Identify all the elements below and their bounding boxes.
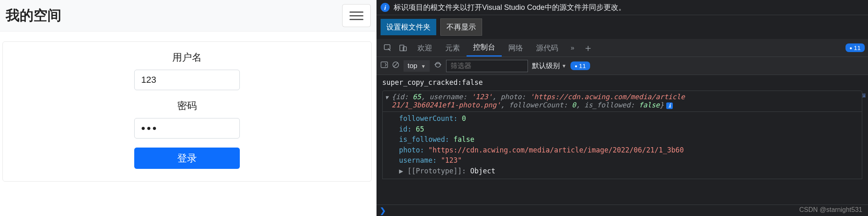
log-line-1: super_copy_cracked:false bbox=[382, 77, 862, 91]
username-input[interactable] bbox=[134, 70, 240, 90]
info-square-icon[interactable]: i bbox=[666, 102, 673, 109]
clear-console-icon[interactable] bbox=[392, 61, 399, 70]
password-input[interactable] bbox=[134, 118, 240, 139]
device-icon[interactable] bbox=[397, 42, 409, 54]
tab-console[interactable]: 控制台 bbox=[467, 39, 502, 57]
banner-text: 标识项目的根文件夹以打开Visual Studio Code中的源文件并同步更改… bbox=[394, 2, 626, 12]
login-card: 用户名 密码 登录 bbox=[2, 41, 372, 182]
filter-input[interactable] bbox=[446, 60, 528, 72]
add-tab-icon[interactable]: ＋ bbox=[582, 42, 594, 54]
console-toolbar: top ▼ 默认级别 ▼ 11 bbox=[377, 57, 868, 75]
object-summary[interactable]: ▼ {id: 65, username: '123', photo: 'http… bbox=[382, 91, 862, 112]
password-label: 密码 bbox=[177, 99, 197, 112]
expand-icon[interactable]: ▼ bbox=[385, 94, 388, 100]
inspect-icon[interactable] bbox=[381, 42, 394, 54]
tab-bar: 欢迎 元素 控制台 网络 源代码 » ＋ 11 bbox=[377, 39, 868, 57]
chevron-right-icon: ❯ bbox=[380, 206, 386, 215]
info-icon: i bbox=[381, 3, 390, 12]
svg-point-6 bbox=[435, 62, 440, 67]
dismiss-button[interactable]: 不再显示 bbox=[440, 18, 482, 36]
navbar: 我的空间 bbox=[0, 0, 377, 32]
devtools-pane: i 标识项目的根文件夹以打开Visual Studio Code中的源文件并同步… bbox=[377, 0, 868, 216]
svg-rect-0 bbox=[384, 45, 390, 50]
toolbar-issues-badge[interactable]: 11 bbox=[570, 61, 590, 70]
console-prompt[interactable]: ❯ bbox=[377, 205, 868, 216]
hamburger-button[interactable] bbox=[342, 4, 371, 27]
watermark: CSDN @starnight531 bbox=[799, 206, 862, 214]
tab-welcome[interactable]: 欢迎 bbox=[411, 39, 439, 57]
level-dropdown[interactable]: 默认级别 ▼ bbox=[532, 61, 566, 70]
issues-badge[interactable]: 11 bbox=[845, 43, 865, 52]
tab-network[interactable]: 网络 bbox=[502, 39, 530, 57]
live-expression-icon[interactable] bbox=[434, 61, 442, 71]
tab-elements[interactable]: 元素 bbox=[439, 39, 467, 57]
svg-line-5 bbox=[394, 63, 398, 67]
link-marker[interactable]: u bbox=[862, 91, 866, 98]
console-body: super_copy_cracked:false u ▼ {id: 65, us… bbox=[377, 75, 868, 179]
more-tabs-icon[interactable]: » bbox=[566, 42, 579, 54]
info-banner: i 标识项目的根文件夹以打开Visual Studio Code中的源文件并同步… bbox=[377, 0, 868, 15]
object-body: followerCount: 0 id: 65 is_followed: fal… bbox=[382, 112, 862, 179]
brand-title: 我的空间 bbox=[6, 6, 61, 25]
tab-sources[interactable]: 源代码 bbox=[530, 39, 565, 57]
set-root-button[interactable]: 设置根文件夹 bbox=[381, 19, 436, 35]
login-button[interactable]: 登录 bbox=[134, 148, 240, 169]
username-label: 用户名 bbox=[172, 51, 202, 64]
sidebar-toggle-icon[interactable] bbox=[381, 61, 388, 70]
context-dropdown[interactable]: top ▼ bbox=[404, 60, 430, 72]
